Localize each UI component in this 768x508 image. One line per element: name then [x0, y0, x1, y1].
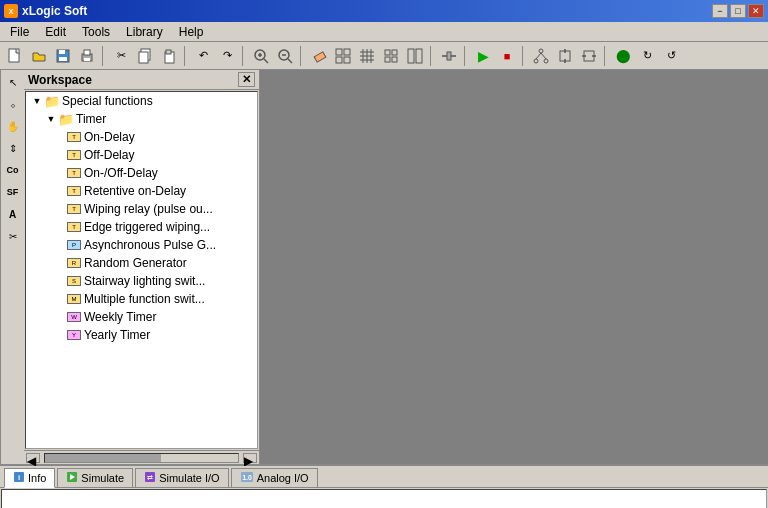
text-tool[interactable]: A	[3, 204, 23, 224]
tree-timer[interactable]: ▼ 📁 Timer	[26, 110, 257, 128]
workspace-close-button[interactable]: ✕	[238, 72, 255, 87]
list-item[interactable]: T Wiping relay (pulse ou...	[26, 200, 257, 218]
print-button[interactable]	[76, 45, 98, 67]
sf-tool[interactable]: SF	[3, 182, 23, 202]
network-button[interactable]	[530, 45, 552, 67]
title-bar-buttons: − □ ✕	[712, 4, 764, 18]
svg-text:⇄: ⇄	[147, 474, 153, 481]
svg-point-39	[544, 59, 548, 63]
tree-timer-label: Timer	[76, 112, 106, 126]
scroll-left-button[interactable]: ◀	[26, 453, 40, 463]
led-button[interactable]: ⬤	[612, 45, 634, 67]
toolbar-separator-4	[300, 46, 304, 66]
close-button[interactable]: ✕	[748, 4, 764, 18]
expand-root[interactable]: ▼	[30, 96, 44, 106]
workspace-panel: Workspace ✕ ▼ 📁 Special functions ▼ 📁 Ti…	[24, 70, 260, 464]
list-item[interactable]: T Retentive on-Delay	[26, 182, 257, 200]
new-button[interactable]	[4, 45, 26, 67]
list-item[interactable]: T On-Delay	[26, 128, 257, 146]
toolbar-separator-2	[184, 46, 188, 66]
menu-tools[interactable]: Tools	[74, 23, 118, 41]
svg-rect-20	[344, 49, 350, 55]
flip-button[interactable]: ↺	[660, 45, 682, 67]
horizontal-scrollbar[interactable]: ◀ ▶	[24, 450, 259, 464]
tab-analog-io-label: Analog I/O	[257, 472, 309, 484]
open-button[interactable]	[28, 45, 50, 67]
svg-text:1.0: 1.0	[242, 474, 252, 481]
arrange-button[interactable]	[404, 45, 426, 67]
zoom-in-button[interactable]	[250, 45, 272, 67]
maximize-button[interactable]: □	[730, 4, 746, 18]
tab-info[interactable]: i Info	[4, 468, 55, 488]
grid3-button[interactable]	[380, 45, 402, 67]
svg-rect-29	[385, 50, 390, 55]
random-generator-item[interactable]: R Random Generator	[26, 254, 257, 272]
play-button[interactable]: ▶	[472, 45, 494, 67]
stop-button[interactable]: ■	[496, 45, 518, 67]
list-item[interactable]: M Multiple function swit...	[26, 290, 257, 308]
wire-button[interactable]	[438, 45, 460, 67]
undo-button[interactable]: ↶	[192, 45, 214, 67]
svg-rect-3	[59, 57, 67, 61]
contact-tool[interactable]: Co	[3, 160, 23, 180]
redo-button[interactable]: ↷	[216, 45, 238, 67]
grid-button[interactable]	[332, 45, 354, 67]
list-item[interactable]: P Asynchronous Pulse G...	[26, 236, 257, 254]
save-button[interactable]	[52, 45, 74, 67]
select-tool[interactable]: ⬦	[3, 94, 23, 114]
zoom-out-button[interactable]	[274, 45, 296, 67]
list-item[interactable]: S Stairway lighting swit...	[26, 272, 257, 290]
io2-button[interactable]	[578, 45, 600, 67]
list-item[interactable]: T Edge triggered wiping...	[26, 218, 257, 236]
scroll-right-button[interactable]: ▶	[243, 453, 257, 463]
menu-bar: File Edit Tools Library Help	[0, 22, 768, 42]
eraser-button[interactable]	[308, 45, 330, 67]
list-item[interactable]: Y Yearly Timer	[26, 326, 257, 344]
tree-container[interactable]: ▼ 📁 Special functions ▼ 📁 Timer T On-Del…	[25, 91, 258, 449]
minimize-button[interactable]: −	[712, 4, 728, 18]
svg-rect-2	[59, 50, 65, 54]
title-bar: x xLogic Soft − □ ✕	[0, 0, 768, 22]
connect-tool[interactable]: ⇕	[3, 138, 23, 158]
cut-button[interactable]: ✂	[110, 45, 132, 67]
svg-rect-6	[84, 58, 90, 61]
expand-timer[interactable]: ▼	[44, 114, 58, 124]
svg-rect-10	[166, 50, 171, 54]
tree-item-label: Edge triggered wiping...	[84, 220, 210, 234]
rotate-button[interactable]: ↻	[636, 45, 658, 67]
menu-edit[interactable]: Edit	[37, 23, 74, 41]
cursor-tool[interactable]: ↖	[3, 72, 23, 92]
block-icon: W	[66, 309, 82, 325]
tab-simulate-io[interactable]: ⇄ Simulate I/O	[135, 468, 229, 487]
svg-rect-5	[84, 50, 90, 55]
paste-button[interactable]	[158, 45, 180, 67]
main-area: ↖ ⬦ ✋ ⇕ Co SF A ✂ Workspace ✕ ▼ 📁 Specia…	[0, 70, 768, 464]
app-icon: x	[4, 4, 18, 18]
grid2-button[interactable]	[356, 45, 378, 67]
tab-analog-io[interactable]: 1.0 Analog I/O	[231, 468, 318, 487]
list-item[interactable]: W Weekly Timer	[26, 308, 257, 326]
menu-file[interactable]: File	[2, 23, 37, 41]
scroll-track[interactable]	[44, 453, 239, 463]
hand-tool[interactable]: ✋	[3, 116, 23, 136]
svg-text:i: i	[18, 473, 20, 482]
toolbar-separator-8	[604, 46, 608, 66]
tab-simulate[interactable]: Simulate	[57, 468, 133, 487]
copy-button[interactable]	[134, 45, 156, 67]
svg-rect-34	[416, 49, 422, 63]
io-button[interactable]	[554, 45, 576, 67]
toolbar-separator-6	[464, 46, 468, 66]
block-icon: M	[66, 291, 82, 307]
list-item[interactable]: T Off-Delay	[26, 146, 257, 164]
tree-root[interactable]: ▼ 📁 Special functions	[26, 92, 257, 110]
list-item[interactable]: T On-/Off-Delay	[26, 164, 257, 182]
svg-rect-21	[336, 57, 342, 63]
menu-library[interactable]: Library	[118, 23, 171, 41]
tab-simulate-io-label: Simulate I/O	[159, 472, 220, 484]
cut-tool[interactable]: ✂	[3, 226, 23, 246]
menu-help[interactable]: Help	[171, 23, 212, 41]
scroll-thumb[interactable]	[45, 454, 161, 462]
block-icon: P	[66, 237, 82, 253]
svg-rect-8	[139, 52, 148, 63]
tree-item-label: Retentive on-Delay	[84, 184, 186, 198]
